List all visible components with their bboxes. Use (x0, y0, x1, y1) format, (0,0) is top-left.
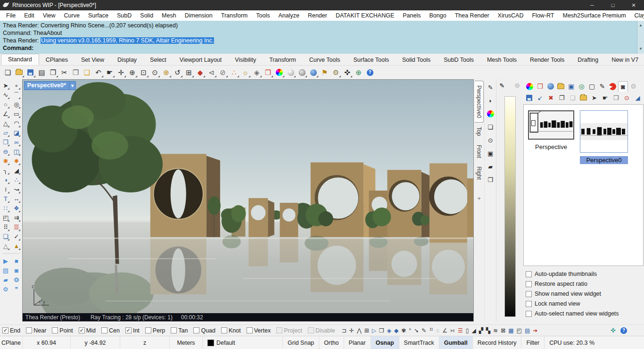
transform-tool-icon[interactable]: ▚ (486, 327, 490, 334)
command-history[interactable]: Thea Render: Converting Rhino Scene...(0… (0, 21, 644, 54)
tab-select[interactable]: Select (143, 55, 173, 65)
menu-xiruscad[interactable]: XirusCAD (494, 12, 528, 19)
notes-panel-tab[interactable]: ✎ (597, 81, 607, 92)
transform-tool-icon[interactable]: ➔ (533, 327, 537, 334)
circle-icon[interactable]: ○ (1, 100, 10, 109)
transform-tool-icon[interactable]: ☰ (458, 327, 463, 334)
open-file-icon[interactable] (14, 67, 25, 78)
transform-tool-icon[interactable]: ° (409, 327, 411, 334)
menu-bongo[interactable]: Bongo (425, 12, 450, 19)
close-button[interactable]: ✕ (623, 0, 644, 10)
notes-flag-icon[interactable]: ⚑ (319, 67, 330, 78)
select-icon[interactable]: ➤ (1, 81, 10, 90)
set-view-icon[interactable]: ◆ (195, 67, 206, 78)
menu-clayoo[interactable]: Clayoo (630, 12, 644, 19)
minimize-button[interactable]: ─ (582, 0, 603, 10)
polar-array-icon[interactable]: ❖ (12, 204, 21, 213)
export-image-icon[interactable]: ❏ (486, 123, 495, 131)
option-lock-named-view[interactable]: Lock named view (526, 300, 641, 307)
layers-icon[interactable]: ❒ (263, 67, 273, 78)
viewport-tab-add[interactable]: + (476, 191, 482, 206)
statusbar-layer[interactable]: Default (203, 336, 283, 349)
statusbar-filter[interactable]: Filter (521, 336, 545, 349)
grid-icon[interactable]: ⠿ (1, 223, 10, 232)
sphere-icon[interactable]: ∞ (12, 138, 21, 147)
blend-icon[interactable]: ≀ (1, 185, 10, 194)
transform-tool-icon[interactable]: ⊐ (342, 327, 347, 334)
web-icon[interactable]: ⊕ (353, 67, 364, 78)
statusbar-x[interactable]: x 60.94 (23, 336, 71, 349)
menu-surface[interactable]: Surface (84, 12, 113, 19)
lock-objects-icon[interactable]: ◈ (251, 67, 262, 78)
print-icon[interactable]: ▤ (36, 67, 47, 78)
rectangle-icon[interactable]: ▭ (12, 109, 21, 118)
extract-icon[interactable]: ✸ (12, 157, 21, 166)
monitor-panel-tab[interactable]: ▢ (587, 81, 597, 92)
apply-view-icon[interactable]: ☛ (601, 93, 610, 102)
restore-view-icon[interactable]: ↙ (536, 93, 545, 102)
polygon-icon[interactable]: △ (1, 119, 10, 128)
transform-icon[interactable]: ✜ (342, 67, 353, 78)
rendering-panel-tab[interactable]: ◎ (577, 81, 586, 92)
libraries-panel-tab[interactable] (556, 81, 566, 92)
viewport-tab-top[interactable]: Top (475, 123, 483, 140)
polyline-icon[interactable]: ∠ (1, 109, 10, 118)
folder-strip-icon[interactable]: ▰ (486, 162, 495, 171)
transform-tool-icon[interactable]: ▯ (466, 327, 469, 334)
eraser-icon[interactable]: ◗ (486, 96, 495, 105)
transform-tool-icon[interactable]: ➘ (414, 327, 419, 334)
osnap-cen[interactable]: Cen (101, 327, 120, 334)
stack-views-icon[interactable]: ❒ (611, 93, 620, 102)
tab-new-in-v7[interactable]: New in V7 (605, 55, 644, 65)
text-icon[interactable]: T (1, 194, 10, 203)
tab-transform[interactable]: Transform (263, 55, 303, 65)
menu-file[interactable]: File (2, 12, 20, 19)
camera-strip-icon[interactable]: ▣ (486, 149, 495, 158)
menu-view[interactable]: View (39, 12, 60, 19)
loft-icon[interactable]: ◪ (12, 128, 21, 137)
transform-tool-icon[interactable]: ▤ (525, 327, 530, 334)
tab-render-tools[interactable]: Render Tools (523, 55, 571, 65)
statusbar-gumball[interactable]: Gumball (439, 336, 473, 349)
statusbar-cplane[interactable]: CPlane (0, 336, 23, 349)
control-points-icon[interactable]: ⌒ (12, 91, 21, 100)
statusbar-planar[interactable]: Planar (344, 336, 371, 349)
thea-save-icon[interactable]: ▤ (1, 266, 10, 275)
paste-view-icon[interactable]: ❑ (568, 93, 577, 102)
boolean-diff-icon[interactable]: ∴ (12, 175, 21, 184)
command-scrollbar[interactable]: ▲ ▼ (637, 21, 644, 54)
zoom-dynamic-icon[interactable]: ⊕ (127, 67, 138, 78)
tab-visibility[interactable]: Visibility (228, 55, 263, 65)
transform-tool-icon[interactable]: ⊞ (364, 327, 369, 334)
zoom-selected-icon[interactable]: ⊙ (149, 67, 160, 78)
transform-tool-icon[interactable]: ◰ (517, 327, 522, 334)
transform-tool-icon[interactable]: ⊠ (501, 327, 505, 334)
command-prompt[interactable]: Command: (3, 44, 641, 52)
point-icon[interactable]: ∘ (12, 81, 21, 90)
help-icon[interactable]: ? (620, 327, 627, 334)
hide-objects-icon[interactable]: ⊘ (217, 67, 228, 78)
array-icon[interactable]: ∷ (1, 204, 10, 213)
thea-iris-icon[interactable]: ❂ (12, 275, 21, 284)
menu-mesh[interactable]: Mesh (157, 12, 181, 19)
transform-tool-icon[interactable]: ▦ (508, 327, 513, 334)
tab-viewport-layout[interactable]: Viewport Layout (173, 55, 228, 65)
menu-curve[interactable]: Curve (60, 12, 84, 19)
thea-snapshot-icon[interactable]: ◙ (12, 266, 21, 275)
option-auto-select-widgets[interactable]: Auto-select named view widgets (526, 310, 641, 317)
tab-set-view[interactable]: Set View (74, 55, 111, 65)
rebuild-icon[interactable]: ↝ (12, 185, 21, 194)
osnap-end[interactable]: End (2, 327, 20, 334)
viewport-tab-right[interactable]: Right (475, 162, 483, 184)
ellipse-icon[interactable]: ◎ (12, 100, 21, 109)
osnap-perp[interactable]: Perp (145, 327, 165, 334)
tone-gradient-bar[interactable] (504, 96, 516, 317)
menu-render[interactable]: Render (304, 12, 331, 19)
materials-panel-tab[interactable] (545, 81, 555, 92)
statusbar-osnap[interactable]: Osnap (371, 336, 399, 349)
boolean-union-icon[interactable]: ◑ (1, 175, 10, 184)
osnap-near[interactable]: Near (26, 327, 46, 334)
menu-flowrt[interactable]: Flow-RT (528, 12, 558, 19)
transform-tool-icon[interactable]: ✛ (349, 327, 354, 334)
menu-dimension[interactable]: Dimension (181, 12, 217, 19)
